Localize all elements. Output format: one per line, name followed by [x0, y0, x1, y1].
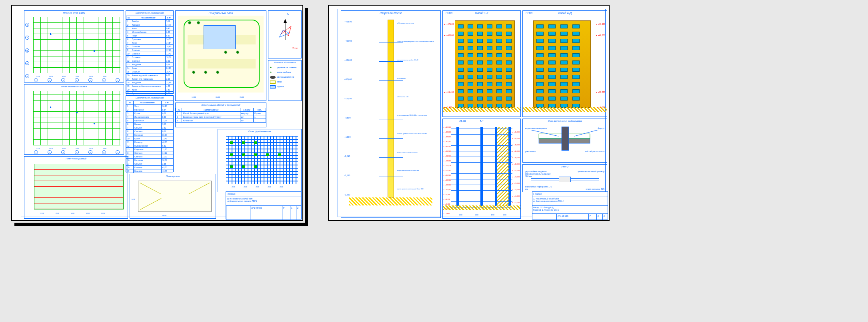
panel-expl1: Экспликация помещений №НаименованиеS м²1…: [126, 10, 174, 94]
tree-icon: [188, 21, 193, 25]
shadow: [305, 8, 308, 226]
panel-plan-slab: План перекрытий 5100 4530 5200 5200 5200: [24, 156, 128, 219]
drawing-sheet-2: Разрез по стене +45,600+45,050+42,600+33…: [328, 5, 610, 221]
tree-icon: [224, 51, 229, 55]
wall-core: [388, 20, 394, 197]
shadow: [14, 223, 306, 226]
tree-icon: [204, 71, 209, 75]
title-plan-slab: План перекрытий: [24, 157, 128, 160]
panel-section-1-1: 1-1 +45,500 +47,500+46,800+43,800+40,500…: [442, 119, 521, 219]
titleblock-2: г. Майкоп 11-ти этажный жилой дом из без…: [532, 191, 608, 219]
tree-icon: [236, 51, 241, 55]
svg-line-7: [531, 130, 559, 136]
compass-icon: [273, 18, 297, 42]
panel-plan-000: План на отм. 0,000 Д Г В Б А 1 2 3 4 5 6…: [24, 10, 124, 83]
panel-plan-typ: План типового этажа 1 2 3 4 5 6 7 5100 3…: [24, 84, 124, 155]
floorplan-graphic: [33, 17, 120, 73]
axis-left: Д Г В Б А: [24, 16, 32, 77]
tree-icon: [216, 71, 221, 75]
panel-facade-1-7: Фасад 1-7 +45,600 +47,600 +42,000 +11,40…: [442, 10, 521, 117]
genplan-building: [204, 25, 236, 49]
svg-line-8: [574, 130, 598, 136]
panel-detail-2: Узел 2 двухслойная наружная стеновая пан…: [522, 164, 607, 192]
slab-graphic: [34, 164, 124, 209]
panel-genplan: Генеральный план 74000 68400 78400: [175, 10, 266, 101]
table-expl1: №НаименованиеS м²1Тамбур5,622Коридор14,7…: [126, 16, 173, 95]
svg-rect-6: [562, 127, 569, 151]
panel-facade-ad: Фасад А-Д +47,600 +47,600 +42,050 +11,50…: [522, 10, 607, 117]
floorplan-typical-graphic: [33, 91, 120, 145]
axis-bottom-typ: 1 2 3 4 5 6 7: [32, 149, 122, 154]
title-plan-000: План на отм. 0,000: [24, 12, 124, 14]
tree-icon: [192, 71, 197, 75]
panel-joint-drain: Узел выполнения водоотвода водоприемная …: [522, 119, 607, 163]
panel-compass: С Январь: [268, 10, 302, 58]
joint-graphic: [523, 119, 607, 162]
staircase: [497, 127, 509, 206]
roof-graphic: [138, 181, 212, 212]
title-plan-typ: План типового этажа: [24, 85, 124, 88]
axis-bottom: 1 2 3 4 5 6 7: [32, 76, 122, 82]
table-expl2: №НаименованиеS м²1Холл36,202Прихожая8,34…: [126, 101, 173, 173]
panel-expl-bldg: Экспликация зданий и сооружений №Наимено…: [175, 103, 266, 127]
drawing-sheet-1: План на отм. 0,000 Д Г В Б А 1 2 3 4 5 6…: [11, 5, 303, 221]
panel-wall-section: Разрез по стене +45,600+45,050+42,600+33…: [341, 10, 441, 218]
foundation-graphic: [226, 136, 298, 184]
table-expl-bldg: №НаименованиеЕд.измКол.1Жилой 2-х секцио…: [176, 108, 266, 123]
panel-plan-roof: План кровли 28200 6450: [130, 174, 216, 219]
panel-legend: Условные обозначения деревья лиственные✹…: [268, 60, 302, 101]
tree-icon: [196, 21, 202, 25]
panel-expl2: Экспликация помещений №НаименованиеS м²1…: [126, 95, 174, 172]
wall-ground: [349, 197, 432, 205]
titleblock-1: г. Майкоп 11-ти этажный жилой дом из без…: [226, 191, 302, 219]
svg-marker-1: [284, 19, 287, 23]
panel-plan-found: План фундаментов 4500 4500 4500 4500 450…: [218, 129, 302, 192]
